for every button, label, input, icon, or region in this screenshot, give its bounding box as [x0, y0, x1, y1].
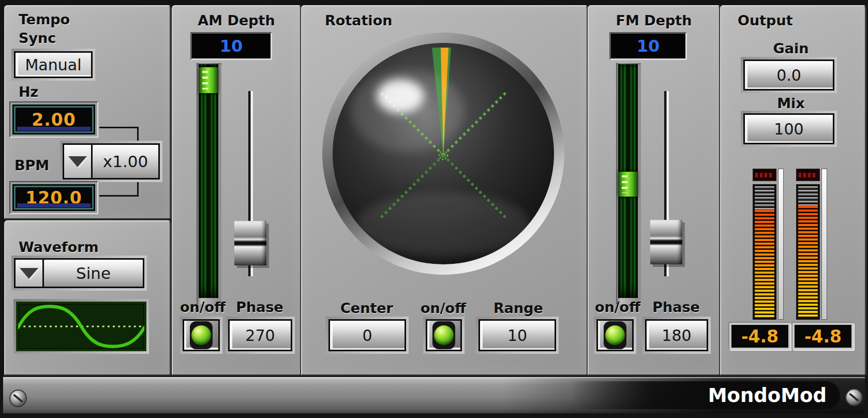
plugin-title-pill: MondoMod — [571, 381, 840, 409]
meter-readout-left: -4.8 — [731, 325, 788, 348]
rotation-center-frame: 0 — [326, 317, 409, 354]
clip-led-icon — [755, 173, 774, 177]
footer-bar: MondoMod — [3, 376, 865, 413]
fm-phase-label: Phase — [641, 299, 711, 315]
led-socket — [432, 321, 455, 349]
rotation-label: Rotation — [325, 12, 392, 28]
fm-depth-level-slider[interactable] — [618, 64, 638, 298]
output-label: Output — [738, 12, 793, 28]
am-phase-value[interactable]: 270 — [228, 319, 292, 351]
am-depth-meter-well — [197, 63, 221, 304]
am-depth-level-slider[interactable] — [199, 64, 218, 298]
mix-frame: 100 — [741, 111, 837, 147]
green-led-icon — [434, 325, 454, 345]
am-depth-value: 10 — [220, 36, 243, 56]
screw-icon — [846, 390, 862, 405]
green-led-icon — [191, 325, 211, 345]
led-socket — [190, 321, 213, 349]
multiplier-value[interactable]: x1.00 — [93, 145, 158, 178]
bpm-field[interactable]: 120.0 — [12, 184, 95, 211]
meter-lit — [798, 206, 818, 318]
screw-icon — [10, 391, 26, 406]
fm-onoff-frame — [594, 317, 636, 354]
waveform-scope-frame — [13, 299, 149, 354]
chevron-down-icon — [20, 268, 38, 279]
meter-readout-right: -4.8 — [795, 325, 851, 348]
fm-phase-slider-thumb[interactable] — [650, 220, 682, 264]
rotation-onoff-frame — [423, 317, 465, 354]
fm-depth-slider-thumb[interactable] — [618, 172, 638, 197]
rotation-center-value[interactable]: 0 — [328, 319, 406, 351]
hz-multiplier-wire-v — [137, 127, 139, 142]
bpm-field-bar — [17, 203, 91, 207]
tempo-label-line2: Sync — [19, 30, 56, 46]
meter-readout-left-frame: -4.8 — [729, 323, 790, 350]
multiplier-bpm-wire-v — [137, 181, 139, 197]
gain-label: Gain — [752, 40, 830, 56]
fm-phase-frame: 180 — [642, 317, 711, 354]
mix-value[interactable]: 100 — [743, 113, 834, 144]
meter-column — [796, 184, 820, 320]
clip-led-icon — [799, 173, 817, 177]
am-phase-label: Phase — [225, 299, 295, 315]
rotation-panel: Rotation — [301, 5, 588, 377]
rotation-range-label: Range — [482, 300, 555, 316]
meter-lit — [755, 210, 774, 318]
fm-depth-meter-well — [616, 63, 641, 304]
am-depth-slider-thumb[interactable] — [199, 67, 218, 93]
waveform-label: Waveform — [19, 239, 99, 255]
sine-wave-icon — [18, 304, 144, 349]
fm-depth-label: FM Depth — [589, 12, 719, 28]
am-onoff-label: on/off — [177, 299, 229, 315]
meter-clip-section — [753, 169, 776, 181]
led-socket — [604, 321, 626, 349]
chevron-down-icon — [68, 156, 87, 167]
multiplier-dropdown-button[interactable] — [64, 145, 93, 178]
waveform-panel: Waveform Sine — [4, 220, 171, 377]
tempo-mode-frame: Manual — [11, 49, 95, 81]
hz-label: Hz — [19, 84, 38, 100]
rotation-range-value[interactable]: 10 — [478, 319, 556, 351]
hz-field-frame: 2.00 — [9, 101, 98, 138]
gain-value[interactable]: 0.0 — [743, 59, 834, 91]
am-depth-label: AM Depth — [173, 12, 300, 28]
output-meter-right — [796, 169, 827, 320]
gain-frame: 0.0 — [741, 57, 837, 93]
am-phase-frame: 270 — [226, 317, 295, 354]
meter-column — [753, 184, 776, 320]
rotation-center-label: Center — [331, 300, 403, 316]
hz-multiplier-wire-h — [99, 127, 139, 128]
waveform-select-frame: Sine — [11, 256, 147, 291]
mix-label: Mix — [752, 95, 830, 111]
waveform-dropdown-button[interactable] — [16, 260, 44, 287]
meter-bezel-stripe — [821, 169, 827, 320]
fm-phase-value[interactable]: 180 — [645, 319, 708, 351]
green-led-icon — [605, 325, 625, 345]
output-panel: Output Gain 0.0 Mix 100 — [720, 5, 866, 377]
hz-field-bar — [17, 127, 91, 131]
tempo-mode-button[interactable]: Manual — [14, 51, 93, 78]
waveform-selected[interactable]: Sine — [44, 260, 143, 287]
fm-onoff-button[interactable] — [596, 319, 634, 351]
tempo-label-line1: Tempo — [19, 11, 70, 27]
am-depth-panel: AM Depth 10 on/off Phase 270 — [172, 5, 302, 377]
hz-field[interactable]: 2.00 — [12, 104, 95, 135]
sphere-highlight-wide — [351, 69, 465, 152]
fm-depth-display: 10 — [609, 32, 687, 60]
rotation-range-frame: 10 — [476, 317, 559, 354]
rotation-onoff-button[interactable] — [426, 319, 462, 351]
am-onoff-button[interactable] — [183, 319, 220, 351]
meter-clip-section — [796, 169, 820, 181]
bpm-field-frame: 120.0 — [9, 181, 98, 214]
meter-bezel-stripe — [778, 169, 784, 320]
tempo-sync-panel: Tempo Sync Manual Hz 2.00 x1.00 BPM — [4, 5, 171, 220]
meter-unlit — [798, 186, 818, 206]
multiplier-bpm-wire-h — [99, 195, 139, 197]
bpm-label: BPM — [14, 157, 49, 173]
fm-onoff-label: on/off — [592, 299, 643, 315]
multiplier-frame: x1.00 — [60, 141, 162, 182]
am-phase-slider-thumb[interactable] — [234, 221, 266, 265]
rotation-onoff-label: on/off — [418, 300, 468, 316]
output-meter-left — [753, 169, 784, 320]
meter-unlit — [755, 186, 774, 210]
